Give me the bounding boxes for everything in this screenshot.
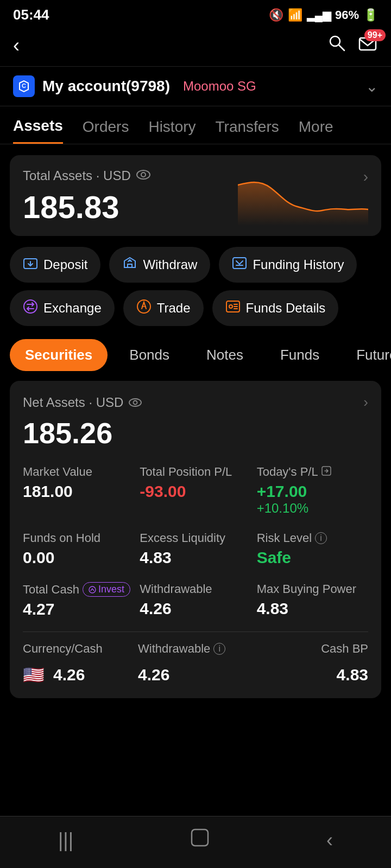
cat-tab-securities[interactable]: Securities [10,339,108,371]
bottom-nav-home[interactable] [190,827,210,853]
cat-tab-funds[interactable]: Funds [265,339,335,371]
trade-label: Trade [157,301,191,316]
tab-history[interactable]: History [148,118,195,143]
net-assets-arrow[interactable]: › [363,394,368,411]
cash-bp-header: Cash BP [253,642,368,656]
svg-point-22 [89,586,96,593]
currency-withdrawable-cell: 4.26 [138,666,253,684]
todays-pl-pct: +10.10% [257,501,368,516]
risk-level-value: Safe [257,548,368,567]
todays-pl-share-icon[interactable] [321,465,331,479]
nav-icons: 99+ [327,33,378,58]
risk-level-metric: Risk Level i Safe [257,531,368,567]
currency-cashbp-cell: 4.83 [253,666,368,684]
withdrawable-label: Withdrawable [140,582,251,596]
position-pl-metric: Total Position P/L -93.00 [140,465,251,516]
total-cash-label: Total Cash Invest [23,582,134,597]
currency-cash-cell: 🇺🇸 4.26 [23,665,138,685]
account-bar[interactable]: C My account(9798) Moomoo SG ⌄ [0,66,391,106]
tab-orders[interactable]: Orders [83,118,129,143]
svg-point-20 [134,400,137,404]
notification-icon[interactable]: 99+ [357,35,378,56]
svg-point-15 [229,305,232,308]
tab-transfers[interactable]: Transfers [216,118,279,143]
account-broker: Moomoo SG [183,79,256,94]
cat-tab-futures[interactable]: Futures [341,339,391,371]
assets-chart [238,177,368,226]
withdraw-icon [122,256,137,274]
total-cash-value: 4.27 [23,600,134,618]
excess-liquidity-value: 4.83 [140,548,251,567]
account-dropdown-icon[interactable]: ⌄ [365,78,378,95]
account-name: My account(9798) [42,78,170,95]
action-buttons-row2: Exchange Trade Funds Details [0,290,391,326]
funds-details-icon [225,299,241,317]
svg-rect-9 [233,258,246,269]
withdrawable-metric: Withdrawable 4.26 [140,582,251,618]
exchange-label: Exchange [43,301,102,316]
deposit-label: Deposit [43,257,87,272]
net-assets-eye[interactable] [129,395,142,410]
funds-on-hold-value: 0.00 [23,548,134,567]
max-buying-power-label: Max Buying Power [257,582,368,596]
svg-point-19 [129,399,141,406]
account-info: C My account(9798) Moomoo SG [13,75,256,97]
trade-button[interactable]: Trade [123,290,204,326]
tab-assets[interactable]: Assets [13,117,63,144]
exchange-button[interactable]: Exchange [10,290,115,326]
back-button[interactable]: ‹ [13,34,20,57]
tab-navigation: Assets Orders History Transfers More [0,106,391,144]
battery-label: 96% [335,8,359,22]
net-assets-value: 185.26 [23,416,368,450]
action-buttons-row1: Deposit Withdraw Funding History [0,247,391,283]
account-logo: C [13,75,35,97]
notification-badge: 99+ [364,29,386,41]
withdraw-button[interactable]: Withdraw [109,247,210,283]
withdrawable-value: 4.26 [140,599,251,618]
funds-on-hold-metric: Funds on Hold 0.00 [23,531,134,567]
bottom-nav-menu[interactable]: ||| [58,829,73,852]
funds-details-button[interactable]: Funds Details [212,290,339,326]
bottom-nav-back[interactable]: ‹ [326,829,333,852]
divider [23,631,368,632]
cat-tab-notes[interactable]: Notes [191,339,258,371]
svg-rect-8 [128,264,132,267]
cat-tab-bonds[interactable]: Bonds [114,339,185,371]
withdrawable-info[interactable]: i [213,643,225,655]
excess-liquidity-metric: Excess Liquidity 4.83 [140,531,251,567]
status-bar: 05:44 🔇 📶 ▂▄▆ 96% 🔋 [0,0,391,28]
invest-badge[interactable]: Invest [83,582,130,597]
currency-table-header: Currency/Cash Withdrawable i Cash BP [23,642,368,656]
funding-history-label: Funding History [253,257,344,272]
funds-on-hold-label: Funds on Hold [23,531,134,545]
top-nav: ‹ 99+ [0,28,391,66]
risk-level-label: Risk Level i [257,531,368,545]
signal-icon: ▂▄▆ [307,9,331,22]
excess-liquidity-label: Excess Liquidity [140,531,251,545]
net-assets-title-text: Net Assets · USD [23,395,142,410]
position-pl-label: Total Position P/L [140,465,251,479]
net-assets-card: Net Assets · USD › 185.26 Market Value 1… [10,381,381,698]
funding-history-button[interactable]: Funding History [219,247,357,283]
funding-history-icon [232,256,247,274]
status-time: 05:44 [13,7,49,23]
mute-icon: 🔇 [269,8,283,22]
risk-level-info[interactable]: i [315,532,327,544]
category-tabs: Securities Bonds Notes Funds Futures [0,334,391,381]
currency-data-row: 🇺🇸 4.26 4.26 4.83 [23,665,368,685]
wifi-icon: 📶 [288,8,302,22]
eye-toggle[interactable] [136,169,150,183]
battery-icon: 🔋 [363,8,378,22]
max-buying-power-value: 4.83 [257,599,368,618]
todays-pl-metric: Today's P/L +17.00 +10.10% [257,465,368,516]
status-right: 🔇 📶 ▂▄▆ 96% 🔋 [269,8,378,22]
deposit-icon [23,256,38,274]
market-value-metric: Market Value 181.00 [23,465,134,516]
max-buying-power-metric: Max Buying Power 4.83 [257,582,368,618]
search-icon[interactable] [327,33,346,58]
svg-text:C: C [22,82,26,89]
tab-more[interactable]: More [299,118,333,143]
deposit-button[interactable]: Deposit [10,247,100,283]
withdraw-label: Withdraw [143,257,197,272]
metrics-grid: Market Value 181.00 Total Position P/L -… [23,465,368,618]
